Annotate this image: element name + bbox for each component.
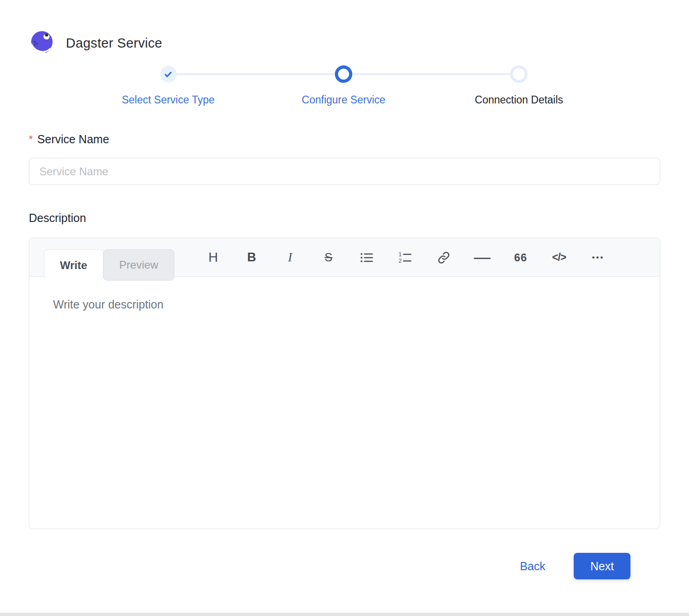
more-icon[interactable]: •••: [587, 246, 608, 270]
service-name-label-text: Service Name: [38, 133, 109, 146]
step-label: Connection Details: [475, 94, 563, 106]
italic-icon[interactable]: I: [280, 246, 300, 270]
svg-text:1: 1: [398, 251, 402, 257]
step-connector: [256, 65, 431, 83]
bullet-list-icon[interactable]: [357, 246, 377, 270]
bottom-section-divider: [0, 613, 689, 616]
step-label: Configure Service: [302, 94, 386, 106]
step-connector: [81, 65, 256, 83]
step-active-circle-icon: [335, 65, 352, 83]
description-editor: Write Preview H B I S 1 2: [29, 238, 660, 529]
dagster-logo-icon: [29, 30, 55, 56]
app-header: Dagster Service: [0, 0, 689, 56]
service-name-label: * Service Name: [29, 133, 660, 146]
tab-write[interactable]: Write: [44, 249, 103, 281]
heading-icon[interactable]: H: [203, 246, 223, 270]
formatting-toolbar: H B I S 1 2: [203, 238, 608, 277]
step-connection-details[interactable]: Connection Details: [431, 65, 607, 106]
next-button[interactable]: Next: [574, 553, 630, 579]
link-icon[interactable]: [434, 246, 454, 270]
step-configure-service[interactable]: Configure Service: [256, 65, 431, 106]
wizard-footer: Back Next: [29, 553, 630, 579]
bold-icon[interactable]: B: [242, 246, 262, 270]
back-button[interactable]: Back: [513, 555, 552, 578]
step-label: Select Service Type: [122, 94, 215, 106]
editor-tabs: Write Preview: [44, 249, 174, 281]
stepper: Select Service Type Configure Service Co…: [81, 65, 607, 106]
strikethrough-icon[interactable]: S: [318, 246, 339, 270]
step-completed-check-icon: [160, 66, 177, 82]
numbered-list-icon[interactable]: 1 2: [395, 246, 415, 270]
quote-icon[interactable]: 66: [511, 246, 531, 270]
svg-text:2: 2: [398, 258, 402, 264]
editor-toolbar: Write Preview H B I S 1 2: [29, 238, 660, 277]
description-textarea[interactable]: [29, 277, 660, 529]
tab-preview[interactable]: Preview: [103, 249, 174, 281]
configure-service-form: * Service Name Description Write Preview…: [29, 133, 660, 579]
required-asterisk: *: [29, 133, 33, 145]
service-name-input[interactable]: [29, 158, 660, 185]
step-upcoming-circle-icon: [510, 65, 528, 83]
code-icon[interactable]: </>: [549, 246, 569, 270]
page-title: Dagster Service: [66, 36, 162, 51]
step-connector: [431, 65, 607, 83]
description-label: Description: [29, 211, 660, 225]
step-select-service-type[interactable]: Select Service Type: [81, 65, 256, 106]
horizontal-rule-icon[interactable]: —: [472, 246, 492, 270]
